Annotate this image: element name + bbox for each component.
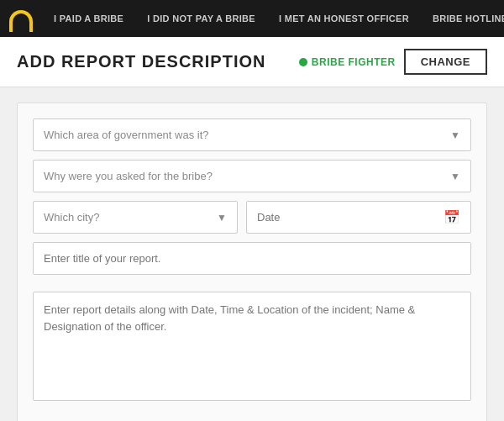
nav-items: I Paid a Bribe I Did Not Pay a Bribe I M… — [42, 0, 504, 37]
city-date-row: Which city? ▼ 📅 — [33, 201, 471, 234]
logo[interactable] — [0, 0, 42, 37]
calendar-icon: 📅 — [444, 209, 460, 225]
badge-label: Bribe Fighter — [312, 56, 396, 68]
status-dot-icon — [299, 58, 307, 66]
title-input[interactable] — [33, 242, 471, 275]
city-select[interactable]: Which city? — [34, 202, 237, 233]
nav-item-honest-officer[interactable]: I Met an Honest Officer — [267, 0, 421, 37]
government-area-group: Which area of government was it? ▼ — [33, 118, 471, 151]
government-area-wrapper: Which area of government was it? ▼ — [33, 118, 471, 151]
title-group — [33, 242, 471, 283]
navbar: I Paid a Bribe I Did Not Pay a Bribe I M… — [0, 0, 504, 37]
page-header: Add Report Description Bribe Fighter Cha… — [0, 37, 504, 87]
form-card: Which area of government was it? ▼ Why w… — [17, 103, 487, 421]
bribe-reason-select[interactable]: Why were you asked for the bribe? — [34, 161, 470, 192]
date-input[interactable] — [257, 211, 444, 224]
bribe-fighter-badge: Bribe Fighter — [299, 56, 396, 68]
main-content: Which area of government was it? ▼ Why w… — [0, 87, 504, 421]
government-area-select[interactable]: Which area of government was it? — [34, 119, 470, 150]
logo-arch-icon — [9, 10, 33, 27]
details-group — [33, 292, 471, 404]
bribe-reason-group: Why were you asked for the bribe? ▼ — [33, 160, 471, 192]
date-wrapper: 📅 — [246, 201, 471, 234]
bribe-reason-wrapper: Why were you asked for the bribe? ▼ — [33, 160, 471, 192]
details-textarea[interactable] — [33, 292, 471, 401]
nav-item-paid-bribe[interactable]: I Paid a Bribe — [42, 0, 135, 37]
page-title: Add Report Description — [17, 52, 265, 71]
header-right: Bribe Fighter Change — [299, 49, 487, 75]
city-wrapper: Which city? ▼ — [33, 201, 238, 234]
nav-item-not-paid-bribe[interactable]: I Did Not Pay a Bribe — [135, 0, 267, 37]
change-button[interactable]: Change — [404, 49, 487, 75]
nav-item-hotline[interactable]: Bribe Hotline — [421, 0, 504, 37]
